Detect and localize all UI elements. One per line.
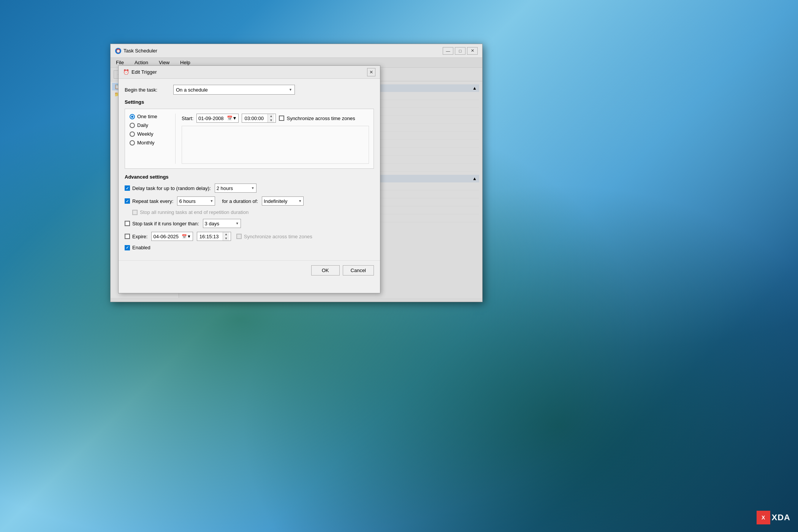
repeat-task-arrow: ▼ [210,199,213,203]
expire-spin-buttons[interactable]: ▲ ▼ [223,232,229,241]
calendar-icon[interactable]: 📅▼ [227,116,237,121]
radio-one-time-label: One time [137,114,157,119]
delay-task-arrow: ▼ [251,186,255,190]
cancel-button[interactable]: Cancel [343,265,374,276]
radio-daily[interactable]: Daily [130,122,168,128]
window-title: Task Scheduler [124,48,157,54]
radio-weekly-circle [130,131,135,137]
stop-if-longer-label: Stop task if it runs longer than: [132,221,199,226]
begin-task-select[interactable]: On a schedule ▼ [173,85,295,95]
expire-spin-down[interactable]: ▼ [223,236,229,241]
radio-monthly-circle [130,140,135,146]
settings-box: One time Daily Weekly Monthly [125,109,374,169]
window-icon: ⏰ [115,48,121,54]
start-time-value: 03:00:00 [244,116,268,121]
stop-longer-arrow: ▼ [236,222,239,225]
start-date-input[interactable]: 01-09-2008 📅▼ [196,114,239,123]
expire-time-value: 16:15:13 [199,234,223,239]
radio-weekly[interactable]: Weekly [130,131,168,137]
time-spin-down[interactable]: ▼ [268,118,274,122]
settings-right: Start: 01-09-2008 📅▼ 03:00:00 ▲ ▼ [175,114,369,164]
sync-timezone-row: Synchronize across time zones [279,116,355,121]
window-controls[interactable]: — □ ✕ [443,47,478,55]
begin-task-arrow: ▼ [289,88,292,92]
start-date-value: 01-09-2008 [198,116,224,121]
expire-checkbox[interactable] [125,234,130,239]
stop-if-longer-checkbox[interactable] [125,221,130,226]
expire-time-input[interactable]: 16:15:13 ▲ ▼ [197,232,231,241]
expire-label: Expire: [132,234,147,239]
begin-task-value: On a schedule [176,87,208,93]
maximize-button[interactable]: □ [455,47,466,55]
advanced-section: Advanced settings Delay task for up to (… [125,174,374,250]
dialog-overlay: ⏰ Edit Trigger ✕ Begin the task: On a sc… [111,58,482,302]
radio-monthly-label: Monthly [137,140,155,146]
repeat-task-value: 6 hours [179,198,195,204]
enabled-checkbox[interactable] [125,245,130,250]
delay-task-row: Delay task for up to (random delay): 2 h… [125,184,374,193]
expire-date-value: 04-06-2025 [153,234,179,239]
radio-one-time[interactable]: One time [130,114,168,119]
dialog-titlebar: ⏰ Edit Trigger ✕ [119,66,380,79]
duration-value: Indefinitely [264,198,287,204]
delay-task-select[interactable]: 2 hours ▼ [215,184,256,193]
expire-spin-up[interactable]: ▲ [223,232,229,236]
dialog-body: Begin the task: On a schedule ▼ Settings… [119,79,380,260]
radio-daily-label: Daily [137,122,148,128]
duration-select[interactable]: Indefinitely ▼ [262,196,304,206]
stop-all-running-row: Stop all running tasks at end of repetit… [132,209,374,215]
radio-one-time-circle [130,114,135,119]
delay-task-checkbox[interactable] [125,185,130,191]
delay-task-label: Delay task for up to (random delay): [132,185,211,191]
time-spin-up[interactable]: ▲ [268,114,274,118]
stop-if-longer-select[interactable]: 3 days ▼ [203,219,241,228]
expire-sync-checkbox [236,234,242,239]
xda-box: X [757,511,770,524]
radio-monthly[interactable]: Monthly [130,140,168,146]
time-spin-buttons[interactable]: ▲ ▼ [268,114,274,122]
duration-label: for a duration of: [222,198,258,204]
start-row: Start: 01-09-2008 📅▼ 03:00:00 ▲ ▼ [182,114,369,123]
xda-logo: X XDA [757,511,790,524]
delay-task-value: 2 hours [217,185,233,191]
begin-task-label: Begin the task: [125,87,170,93]
window-titlebar: ⏰ Task Scheduler — □ ✕ [111,44,482,58]
edit-trigger-dialog: ⏰ Edit Trigger ✕ Begin the task: On a sc… [118,65,380,293]
radio-weekly-label: Weekly [137,131,153,137]
minimize-button[interactable]: — [443,47,453,55]
expire-sync-label: Synchronize across time zones [244,234,312,239]
stop-all-running-checkbox [132,210,138,215]
close-button[interactable]: ✕ [467,47,478,55]
repeat-task-select[interactable]: 6 hours ▼ [177,196,215,206]
begin-task-row: Begin the task: On a schedule ▼ [125,85,374,95]
xda-text: XDA [772,513,790,522]
radio-daily-circle [130,123,135,128]
sync-timezone-checkbox[interactable] [279,116,284,121]
stop-if-longer-value: 3 days [205,221,219,226]
enabled-row: Enabled [125,245,374,250]
radio-group: One time Daily Weekly Monthly [130,114,168,164]
settings-section-title: Settings [125,99,374,105]
expire-row: Expire: 04-06-2025 📅▼ 16:15:13 ▲ ▼ [125,232,374,241]
dialog-title: Edit Trigger [131,69,157,75]
enabled-label: Enabled [132,245,150,250]
dialog-close-button[interactable]: ✕ [367,68,375,76]
advanced-title: Advanced settings [125,174,374,180]
dialog-icon: ⏰ [123,69,129,75]
ok-button[interactable]: OK [311,265,340,276]
dialog-footer: OK Cancel [119,260,380,280]
start-label: Start: [182,116,193,121]
sync-timezone-label: Synchronize across time zones [287,116,355,121]
task-scheduler-window: ⏰ Task Scheduler — □ ✕ File Action View … [110,44,483,302]
repeat-task-row: Repeat task every: 6 hours ▼ for a durat… [125,196,374,206]
xda-box-text: X [762,515,765,521]
expire-date-input[interactable]: 04-06-2025 📅▼ [151,232,193,241]
stop-if-longer-row: Stop task if it runs longer than: 3 days… [125,219,374,228]
expire-calendar-icon[interactable]: 📅▼ [182,234,191,239]
schedule-content-area [182,126,369,164]
repeat-task-checkbox[interactable] [125,198,130,204]
repeat-task-label: Repeat task every: [132,198,173,204]
start-time-input[interactable]: 03:00:00 ▲ ▼ [242,114,276,123]
stop-all-running-label: Stop all running tasks at end of repetit… [140,209,249,215]
duration-arrow: ▼ [298,199,302,203]
